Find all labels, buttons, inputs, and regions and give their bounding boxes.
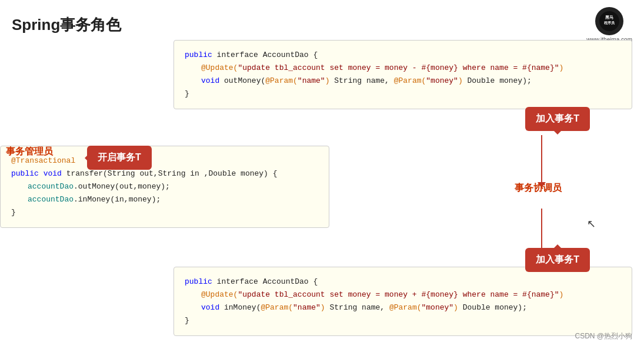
watermark: CSDN @热烈小狗 (575, 331, 632, 341)
code-bottom-line-2: @Update("update tbl_account set money = … (185, 288, 621, 301)
code-bottom-line-1: public interface AccountDao { (185, 276, 621, 288)
code-line-1: public interface AccountDao { (185, 49, 621, 62)
code-box-bottom: public interface AccountDao { @Update("u… (173, 267, 632, 336)
code-line-ann: @Transactional (11, 154, 318, 167)
logo-icon: 黑马 程序员 (595, 7, 623, 35)
code-line-out: accountDao.outMoney(out,money); (11, 180, 318, 193)
code-line-method: public void transfer(String out,String i… (11, 167, 318, 180)
arrow-top-down (538, 135, 546, 188)
bubble-kaiqishiwut: 开启事务T (87, 146, 152, 170)
code-bottom-line-4: } (185, 314, 621, 327)
mouse-cursor: ↖ (587, 217, 594, 228)
code-bottom-line-3: void inMoney(@Param("name") String name,… (185, 301, 621, 314)
code-box-top: public interface AccountDao { @Update("u… (173, 40, 632, 109)
code-box-middle: @Transactional public void transfer(Stri… (0, 146, 329, 228)
code-line-2: @Update("update tbl_account set money = … (185, 62, 621, 75)
page-title: Spring事务角色 (12, 15, 121, 35)
label-shiwu-xietiaoyuan: 事务协调员 (515, 182, 562, 194)
code-line-3: void outMoney(@Param("name") String name… (185, 75, 621, 88)
bubble-jiaru-top: 加入事务T (525, 107, 590, 131)
bubble-jiaru-bottom: 加入事务T (525, 248, 590, 272)
svg-text:程序员: 程序员 (603, 21, 615, 25)
code-line-4: } (185, 88, 621, 100)
label-shiwu-guanliyuan: 事务管理员 (6, 146, 53, 158)
logo-area: 黑马 程序员 www.itheima.com (586, 7, 632, 43)
code-line-in: accountDao.inMoney(in,money); (11, 193, 318, 206)
code-line-close: } (11, 206, 318, 219)
svg-text:黑马: 黑马 (605, 15, 613, 20)
